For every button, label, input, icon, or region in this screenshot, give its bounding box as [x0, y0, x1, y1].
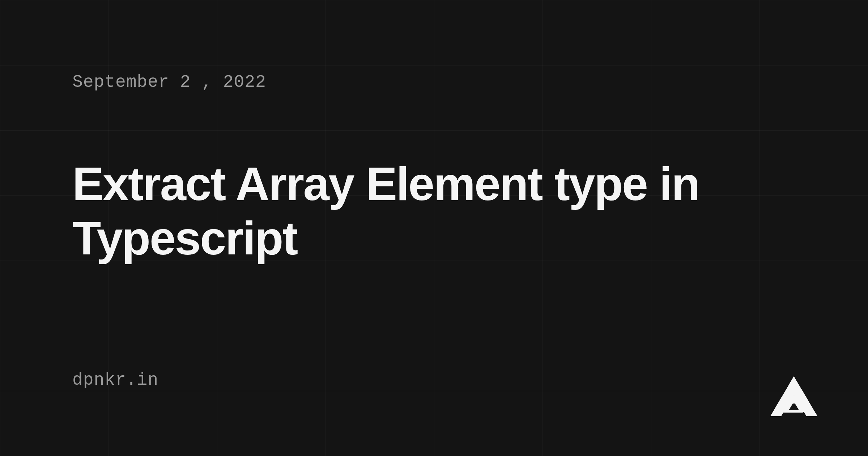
post-title: Extract Array Element type in Typescript [72, 157, 796, 265]
content-container: September 2 , 2022 Extract Array Element… [0, 0, 868, 456]
site-domain: dpnkr.in [72, 370, 796, 390]
post-date: September 2 , 2022 [72, 72, 796, 92]
site-logo-icon [770, 376, 817, 416]
